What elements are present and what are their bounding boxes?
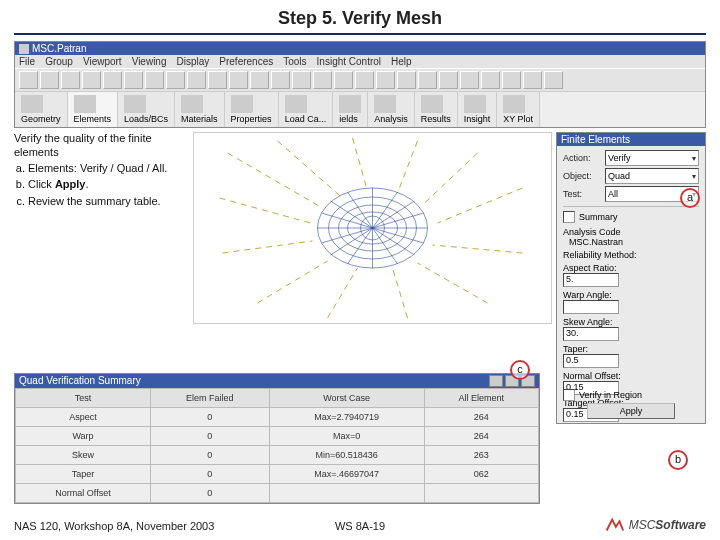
tab-materials[interactable]: Materials xyxy=(175,92,225,127)
tool-button[interactable] xyxy=(334,71,353,89)
tool-button[interactable] xyxy=(481,71,500,89)
object-select[interactable]: Quad▾ xyxy=(605,168,699,184)
callout-b: b xyxy=(668,450,688,470)
svg-line-6 xyxy=(433,245,523,253)
tool-button[interactable] xyxy=(40,71,59,89)
materials-icon xyxy=(181,95,203,113)
tool-button[interactable] xyxy=(355,71,374,89)
tool-button[interactable] xyxy=(145,71,164,89)
tool-button[interactable] xyxy=(376,71,395,89)
tool-button[interactable] xyxy=(208,71,227,89)
tool-button[interactable] xyxy=(313,71,332,89)
analysis-icon xyxy=(374,95,396,113)
label-object: Object: xyxy=(563,171,605,181)
table-row: Skew0Min=60.518436263 xyxy=(16,446,539,465)
tool-button[interactable] xyxy=(82,71,101,89)
menu-item[interactable]: Preferences xyxy=(219,56,273,67)
svg-line-0 xyxy=(228,153,323,208)
summary-label: Summary xyxy=(579,212,618,222)
mesh-viewport xyxy=(193,132,552,324)
checkbox-icon xyxy=(563,389,575,401)
label-action: Action: xyxy=(563,153,605,163)
tool-button[interactable] xyxy=(292,71,311,89)
menu-item[interactable]: Insight Control xyxy=(317,56,381,67)
tool-button[interactable] xyxy=(544,71,563,89)
label-test: Test: xyxy=(563,189,605,199)
tab-results[interactable]: Results xyxy=(415,92,458,127)
warp-input[interactable] xyxy=(563,300,619,314)
tab-insight[interactable]: Insight xyxy=(458,92,498,127)
tool-button[interactable] xyxy=(124,71,143,89)
tool-button[interactable] xyxy=(166,71,185,89)
elements-icon xyxy=(74,95,96,113)
col-worst: Worst Case xyxy=(269,389,424,408)
toolbar-row-1 xyxy=(15,68,705,91)
tool-button[interactable] xyxy=(271,71,290,89)
tab-analysis[interactable]: Analysis xyxy=(368,92,415,127)
callout-a: a xyxy=(680,188,700,208)
menu-item[interactable]: Viewport xyxy=(83,56,122,67)
verify-region-checkbox[interactable]: Verify in Region xyxy=(563,389,642,401)
tool-button[interactable] xyxy=(439,71,458,89)
instr-item: Click Apply. xyxy=(28,178,189,192)
menu-item[interactable]: Group xyxy=(45,56,73,67)
patran-window: MSC.Patran File Group Viewport Viewing D… xyxy=(14,41,706,128)
summary-title: Quad Verification Summary xyxy=(19,375,141,387)
app-icon xyxy=(19,44,29,54)
svg-line-12 xyxy=(220,198,311,223)
col-allelem: All Element xyxy=(424,389,538,408)
tool-button[interactable] xyxy=(250,71,269,89)
skew-input[interactable]: 30. xyxy=(563,327,619,341)
menu-item[interactable]: Tools xyxy=(283,56,306,67)
warp-label: Warp Angle: xyxy=(563,290,699,300)
tool-button[interactable] xyxy=(61,71,80,89)
chevron-down-icon: ▾ xyxy=(692,154,696,163)
tab-xyplot[interactable]: XY Plot xyxy=(497,92,540,127)
tool-button[interactable] xyxy=(19,71,38,89)
menu-item[interactable]: File xyxy=(19,56,35,67)
aspect-input[interactable]: 5. xyxy=(563,273,619,287)
minimize-icon[interactable] xyxy=(489,375,503,387)
svg-line-3 xyxy=(398,141,418,193)
loads-icon xyxy=(124,95,146,113)
svg-line-9 xyxy=(328,268,358,318)
menu-item[interactable]: Help xyxy=(391,56,412,67)
footer-left: NAS 120, Workshop 8A, November 2003 xyxy=(14,520,214,532)
tab-loadcases[interactable]: Load Ca... xyxy=(279,92,334,127)
xyplot-icon xyxy=(503,95,525,113)
instructions-intro: Verify the quality of the finite element… xyxy=(14,132,189,160)
finite-elements-panel: Finite Elements Action: Verify▾ Object: … xyxy=(556,132,706,424)
action-select[interactable]: Verify▾ xyxy=(605,150,699,166)
tab-loads[interactable]: Loads/BCs xyxy=(118,92,175,127)
apply-button[interactable]: Apply xyxy=(587,403,675,419)
fields-icon xyxy=(339,95,361,113)
svg-line-7 xyxy=(418,263,488,303)
col-test: Test xyxy=(16,389,151,408)
tab-elements[interactable]: Elements xyxy=(68,92,119,127)
app-title: MSC.Patran xyxy=(32,43,86,54)
tab-geometry[interactable]: Geometry xyxy=(15,92,68,127)
menu-item[interactable]: Display xyxy=(177,56,210,67)
tool-button[interactable] xyxy=(229,71,248,89)
tool-button[interactable] xyxy=(397,71,416,89)
summary-checkbox[interactable]: Summary xyxy=(563,211,699,223)
tool-button[interactable] xyxy=(460,71,479,89)
tab-fields[interactable]: ields xyxy=(333,92,368,127)
tool-button[interactable] xyxy=(187,71,206,89)
properties-icon xyxy=(231,95,253,113)
table-row: Warp0Max=0264 xyxy=(16,427,539,446)
analysis-code-label: Analysis Code xyxy=(563,227,699,237)
svg-line-10 xyxy=(258,261,328,303)
tool-button[interactable] xyxy=(523,71,542,89)
taper-input[interactable]: 0.5 xyxy=(563,354,619,368)
analysis-code-value: MSC.Nastran xyxy=(569,237,699,247)
tool-button[interactable] xyxy=(502,71,521,89)
tool-button[interactable] xyxy=(418,71,437,89)
tool-button[interactable] xyxy=(103,71,122,89)
svg-line-11 xyxy=(223,241,313,253)
module-tabs: Geometry Elements Loads/BCs Materials Pr… xyxy=(15,91,705,127)
menu-bar: File Group Viewport Viewing Display Pref… xyxy=(15,55,705,68)
table-row: Aspect0Max=2.7940719264 xyxy=(16,408,539,427)
tab-properties[interactable]: Properties xyxy=(225,92,279,127)
menu-item[interactable]: Viewing xyxy=(132,56,167,67)
